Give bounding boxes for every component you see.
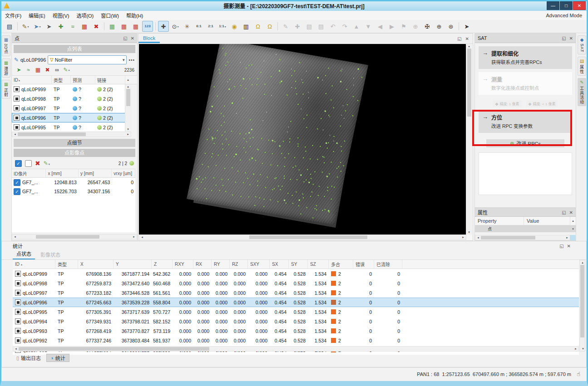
column-ID[interactable]: ID▴ [13, 260, 55, 269]
row-checkbox[interactable]: ✓ [14, 188, 20, 195]
point-row[interactable]: qLoL0P999TP?2 (2) [12, 84, 131, 94]
block-viewport[interactable] [139, 44, 466, 235]
column-x [mm][interactable]: x [mm] [46, 169, 78, 177]
minimize-button[interactable]: — [547, 1, 559, 10]
point-panel-hscrollbar[interactable]: ◂ ▸ [12, 234, 137, 239]
column-ID像片[interactable]: ID像片 [12, 169, 46, 177]
stats-row[interactable]: qLoL0P999TP676908.1363671877.194542.3620… [13, 269, 579, 279]
add-image-icon[interactable]: ▦ [107, 21, 118, 32]
float-view-icon[interactable]: ◱ [457, 36, 461, 41]
tab-browse[interactable]: ▦漫游 [2, 59, 10, 78]
filter-dropdown[interactable]: ∇ NoFilter ▾ [48, 55, 127, 64]
column-RY[interactable]: RY [212, 260, 230, 269]
stats-row[interactable]: qLoL0P995TP677305.3913673717.639570.7270… [13, 307, 579, 317]
remove-image2-icon[interactable]: ▦ [130, 21, 141, 32]
column-链接[interactable]: 链接 [95, 76, 125, 84]
lock2-icon[interactable]: Ω [264, 21, 275, 32]
scroll-up-icon[interactable]: ▴ [125, 78, 131, 82]
more-options-button[interactable]: ••• [128, 58, 135, 63]
image-point-row[interactable]: ✓GF7_...15226.70334307.1560 [12, 187, 135, 196]
tab-statistics[interactable]: ◑统计 [46, 354, 69, 362]
menu-edit[interactable]: 编辑(E) [25, 12, 49, 19]
find-icon[interactable]: ∞ [53, 66, 61, 74]
column-SY[interactable]: SY [289, 260, 308, 269]
tab-points-3d[interactable]: ▦3D点 [2, 35, 10, 56]
stats-row[interactable]: qLoL0P997TP677233.1823673446.528561.5610… [13, 288, 579, 298]
stats-row[interactable]: qLoL0P992TP677337.2463673803.484581.9370… [13, 336, 579, 345]
column-SX[interactable]: SX [270, 260, 289, 269]
workflow-step-1[interactable]: →提取和细化获得联系点并完善RPCs [479, 46, 572, 69]
column-Z[interactable]: Z [152, 260, 173, 269]
properties-hscrollbar[interactable]: ◂ ▸ [475, 235, 576, 240]
delete-image-point-icon[interactable]: ▦ [34, 66, 42, 74]
column-RXY[interactable]: RXY [173, 260, 193, 269]
delete-point-icon[interactable]: ✖ [91, 21, 102, 32]
close-panel-icon[interactable]: ✕ [569, 36, 573, 41]
float-panel-icon[interactable]: ◱ [559, 244, 563, 249]
pan-hand-icon[interactable]: ✚ [158, 21, 169, 32]
key-icon[interactable]: ◉ [229, 21, 240, 32]
measure-point-icon[interactable]: ✚ [55, 21, 66, 32]
point-list-hscrollbar[interactable]: ◂ ▸ [12, 132, 131, 137]
close-panel-icon[interactable]: ✕ [569, 210, 573, 215]
stats-row[interactable]: qLoL0P998TP677259.8733673472.640560.4680… [13, 279, 579, 288]
web-service-icon[interactable]: ⊕ [434, 21, 445, 32]
column-ID[interactable]: ID▴ [12, 76, 52, 84]
workflow-step-3[interactable]: →方位改进 RPC 变换参数 [479, 110, 572, 133]
column-多合[interactable]: 多合 [329, 260, 353, 269]
float-panel-icon[interactable]: ◱ [562, 36, 566, 41]
tab-properties[interactable]: ▤属性 [578, 57, 586, 76]
block-vscrollbar[interactable]: ▴ ▾ [466, 44, 472, 235]
close-view-icon[interactable]: ✕ [465, 36, 469, 41]
column-预测[interactable]: 预测 [71, 76, 95, 84]
column-RZ[interactable]: RZ [230, 260, 248, 269]
delete-icon[interactable]: ✖ [35, 160, 40, 167]
column-vrxy [um][interactable]: vrxy [um] [112, 169, 135, 177]
edit-status-icon[interactable]: ✎▾ [62, 66, 71, 74]
menu-help[interactable]: 帮助(H) [123, 12, 147, 19]
maximize-button[interactable]: □ [560, 1, 573, 10]
tab-point-status[interactable]: 点状态 [13, 249, 35, 259]
menu-options[interactable]: 选项(O) [73, 12, 97, 19]
block-hscrollbar[interactable]: ◂ ▸ [139, 235, 466, 240]
column-Y[interactable]: Y [114, 260, 152, 269]
polyline-icon[interactable]: ≈ [67, 21, 78, 32]
stats-row[interactable]: qLoL0P996TP677245.6633673539.228558.8040… [13, 298, 579, 307]
menu-view[interactable]: 视图(V) [49, 12, 73, 19]
close-button[interactable]: ✕ [573, 1, 586, 10]
edit-status-icon[interactable]: ✎▾ [44, 160, 50, 166]
zoom-1-1-icon[interactable]: 1:1▾ [217, 21, 228, 32]
column-SXY[interactable]: SXY [248, 260, 270, 269]
point-row[interactable]: qLoL0P996TP?2 (2) [12, 113, 131, 122]
title-bar[interactable]: 摄影测量 - [E:\20220309GF7-test\TEST-DEM-AT\… [0, 0, 588, 11]
scroll-down-icon[interactable]: ▾ [570, 227, 576, 231]
tab-tool-activity[interactable]: ✎工具活动 [578, 78, 586, 106]
close-panel-icon[interactable]: ✕ [131, 36, 134, 41]
point-details-banner[interactable]: 点细节 [14, 139, 135, 147]
close-panel-icon[interactable]: ✕ [567, 244, 571, 249]
web-service2-icon[interactable]: ⊛ [445, 21, 456, 32]
tab-output-log[interactable]: ▯输出日志 [13, 354, 44, 362]
column-SZ[interactable]: SZ [308, 260, 329, 269]
lock-icon[interactable]: Ω [252, 21, 263, 32]
tab-image-status[interactable]: 影像状态 [37, 250, 64, 259]
uncheck-all-checkbox[interactable] [25, 160, 32, 167]
tab-block[interactable]: Block [138, 34, 160, 43]
point-row[interactable]: qLoL0P998TP?2 (2) [12, 94, 131, 103]
save-icon[interactable]: ▤ [4, 21, 15, 32]
remove-image-icon[interactable]: ▦ [119, 21, 129, 32]
zoom-icon[interactable]: ⊙▾ [170, 21, 181, 32]
row-checkbox[interactable]: ✓ [14, 179, 20, 186]
check-all-checkbox[interactable]: ✓ [15, 160, 22, 167]
fit-view-icon[interactable]: ✳ [182, 21, 193, 32]
snap-point-icon[interactable]: ➤▾ [32, 21, 43, 32]
tab-sat[interactable]: ◆SAT [578, 35, 586, 54]
levels-icon[interactable]: ▥ [241, 21, 252, 32]
tab-ortho[interactable]: ▦正射 [2, 80, 10, 99]
delete-point-icon[interactable]: ✖ [43, 66, 52, 74]
menu-window[interactable]: 窗口(W) [97, 12, 123, 19]
float-panel-icon[interactable]: ◱ [562, 210, 566, 215]
column-类型[interactable]: 类型 [52, 76, 71, 84]
measure-icon[interactable]: ➤ [15, 66, 23, 74]
column-y [mm][interactable]: y [mm] [79, 169, 112, 177]
